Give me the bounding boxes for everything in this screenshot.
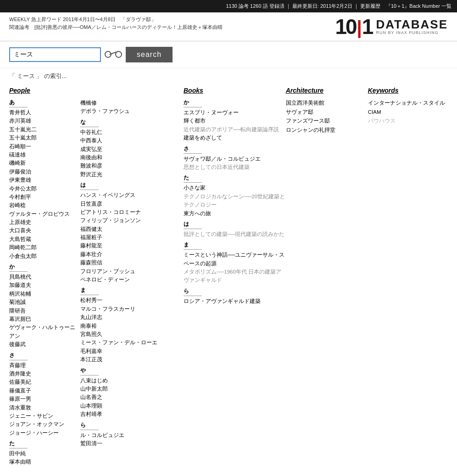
person-link[interactable]: ミース・ファン・デル・ローエ bbox=[80, 338, 184, 347]
kw-link[interactable]: バウハウス bbox=[368, 117, 448, 126]
person-link[interactable]: 塚本由晴 bbox=[9, 458, 80, 466]
book-link[interactable]: 建築をめざして bbox=[184, 134, 286, 142]
person-link[interactable]: 幕沢厠巳 bbox=[9, 315, 80, 323]
person-link[interactable]: 篠儀直子 bbox=[9, 386, 80, 395]
book-link[interactable]: メタボリズム──1960年代 日本の建築アヴァンギャルド bbox=[184, 268, 286, 285]
person-link[interactable]: 加藤道夫 bbox=[9, 281, 80, 289]
person-link[interactable]: 佐藤美紀 bbox=[9, 378, 80, 386]
person-link[interactable]: 本江正茂 bbox=[80, 355, 184, 364]
book-link[interactable]: 思想としての日本近代建築 bbox=[184, 163, 286, 171]
book-link[interactable]: エスプリ・ヌーヴォー bbox=[184, 108, 286, 117]
person-link[interactable]: 岩崎稔 bbox=[9, 201, 80, 209]
kw-link[interactable]: インターナショナル・スタイル bbox=[368, 99, 448, 108]
search-input[interactable] bbox=[9, 47, 101, 62]
person-link[interactable]: 礒達雄 bbox=[9, 151, 80, 159]
person-link[interactable]: 山本理顕 bbox=[80, 402, 184, 410]
person-link[interactable]: 南後由和 bbox=[80, 153, 184, 162]
person-link[interactable]: 今井公太郎 bbox=[9, 185, 80, 193]
person-link[interactable]: 毛利嘉幸 bbox=[80, 347, 184, 355]
person-link[interactable]: ジョアン・オックマン bbox=[9, 420, 80, 428]
person-link[interactable]: ル・コルビュジエ bbox=[80, 431, 184, 439]
person-link[interactable]: 丸山洋志 bbox=[80, 313, 184, 321]
person-link[interactable]: 吉村靖孝 bbox=[80, 410, 184, 418]
person-link[interactable]: 藤森照信 bbox=[80, 258, 184, 267]
person-link[interactable]: 八束はじめ bbox=[80, 376, 184, 385]
person-link[interactable]: 岡崎乾二郎 bbox=[9, 243, 80, 252]
search-button[interactable]: search bbox=[126, 47, 173, 62]
weekly-line2: 関連論考 [批評]善悪の彼岸──OMA／レム・コールハースのディテール！上原雄史… bbox=[9, 24, 317, 31]
person-link[interactable]: 菊池誠 bbox=[9, 298, 80, 306]
book-link[interactable]: テクノロジカルなシーン──20世紀建築とテクノロジー bbox=[184, 192, 286, 209]
people-right: 機橋修 デボラ・ファウシュ な 中谷礼仁 中西泰人 成実弘至 南後由和 難波和彦… bbox=[80, 87, 184, 466]
person-link[interactable]: 成実弘至 bbox=[80, 145, 184, 153]
person-link[interactable]: フロリアン・ブッシュ bbox=[80, 267, 184, 275]
person-link[interactable]: 柄沢祐輔 bbox=[9, 290, 80, 298]
person-link[interactable]: ペネロピ・ディーン bbox=[80, 275, 184, 284]
person-link[interactable]: デボラ・ファウシュ bbox=[80, 107, 184, 115]
person-link[interactable]: 機橋修 bbox=[80, 99, 184, 107]
person-link[interactable]: 山中新太郎 bbox=[80, 385, 184, 393]
backnumber-link[interactable]: 『10＋1』Back Number 一覧 bbox=[386, 3, 451, 9]
book-link[interactable]: サヴォワ邸／ル・コルビュジエ bbox=[184, 155, 286, 163]
person-link[interactable]: 篠原一男 bbox=[9, 395, 80, 403]
person-link[interactable]: 隈研吾 bbox=[9, 307, 80, 315]
person-link[interactable]: 上原雄史 bbox=[9, 218, 80, 226]
person-link[interactable]: 南泰裕 bbox=[80, 322, 184, 330]
person-link[interactable]: 伊東豊雄 bbox=[9, 176, 80, 184]
person-link[interactable]: ジョージ・ハーシー bbox=[9, 429, 80, 437]
section-ta: た bbox=[9, 440, 28, 448]
book-link[interactable]: ミースという神話──ユニヴァーサル・スペースの起源 bbox=[184, 251, 286, 268]
person-link[interactable]: 藤本壮介 bbox=[80, 250, 184, 258]
kw-link[interactable]: CIAM bbox=[368, 108, 448, 117]
person-link[interactable]: ヴァルター・グロピウス bbox=[9, 210, 80, 218]
section-ra-books: ら bbox=[184, 287, 202, 296]
book-link[interactable]: ロシア・アヴァンギャルド建築 bbox=[184, 297, 286, 305]
person-link[interactable]: 後藤武 bbox=[9, 340, 80, 348]
person-link[interactable]: マルコ・フラスカーリ bbox=[80, 305, 184, 313]
person-link[interactable]: 難波和彦 bbox=[80, 162, 184, 170]
person-link[interactable]: 酒井隆史 bbox=[9, 370, 80, 378]
arch-link[interactable]: 国立西洋美術館 bbox=[286, 99, 368, 108]
person-link[interactable]: 大島哲蔵 bbox=[9, 235, 80, 243]
person-link[interactable]: 小倉虫太郎 bbox=[9, 252, 80, 260]
person-link[interactable]: 貝島桃代 bbox=[9, 273, 80, 281]
person-link[interactable]: 赤川英雄 bbox=[9, 117, 80, 125]
person-link[interactable]: 野沢正光 bbox=[80, 170, 184, 179]
person-link[interactable]: 五十嵐太郎 bbox=[9, 134, 80, 142]
person-link[interactable]: ジェニー・サビン bbox=[9, 412, 80, 420]
book-link[interactable]: 小さな家 bbox=[184, 184, 286, 192]
person-link[interactable]: ピアトリス・コロミーナ bbox=[80, 208, 184, 216]
person-link[interactable]: 大口喜央 bbox=[9, 226, 80, 235]
arch-link[interactable]: ファンズワース邸 bbox=[286, 117, 368, 126]
person-link[interactable]: 今村創平 bbox=[9, 193, 80, 201]
person-link[interactable]: 田中純 bbox=[9, 449, 80, 458]
book-link[interactable]: 東方への旅 bbox=[184, 209, 286, 218]
person-link[interactable]: 磯崎新 bbox=[9, 159, 80, 167]
person-link[interactable]: 山名善之 bbox=[80, 393, 184, 401]
person-link[interactable]: 松村秀一 bbox=[80, 296, 184, 304]
person-link[interactable]: 青井哲人 bbox=[9, 108, 80, 117]
arch-link[interactable]: サヴォア邸 bbox=[286, 108, 368, 117]
person-link[interactable]: 宮島照久 bbox=[80, 330, 184, 338]
section-ha-books: は bbox=[184, 220, 202, 229]
person-link[interactable]: 伊藤俊治 bbox=[9, 168, 80, 176]
person-link[interactable]: ゲヴォーク・ハルトゥーニアン bbox=[9, 323, 80, 340]
person-link[interactable]: 日笠直彦 bbox=[80, 200, 184, 208]
person-link[interactable]: 鷲田清一 bbox=[80, 439, 184, 448]
person-link[interactable]: 福屋粧子 bbox=[80, 233, 184, 241]
person-link[interactable]: 藤村龍至 bbox=[80, 241, 184, 250]
person-link[interactable]: ハンス・イベリングス bbox=[80, 191, 184, 199]
person-link[interactable]: 中西泰人 bbox=[80, 136, 184, 145]
person-link[interactable]: 清水重敦 bbox=[9, 403, 80, 412]
person-link[interactable]: 中谷礼仁 bbox=[80, 128, 184, 136]
person-link[interactable]: 五十嵐光二 bbox=[9, 125, 80, 134]
person-link[interactable]: 福西健太 bbox=[80, 225, 184, 233]
book-link[interactable]: 批評としての建築──現代建築の読みかた bbox=[184, 230, 286, 238]
book-link[interactable]: 輝く都市 bbox=[184, 117, 286, 125]
person-link[interactable]: 石崎順一 bbox=[9, 142, 80, 151]
arch-link[interactable]: ロンシャンの礼拝堂 bbox=[286, 126, 368, 135]
book-link[interactable]: 近代建築のアポリア──転向建築論序説 bbox=[184, 125, 286, 134]
person-link[interactable]: 斉藤理 bbox=[9, 361, 80, 370]
logo-area: 10|1 DATABASE RUN BY INAX PUBLISHING bbox=[326, 12, 457, 41]
person-link[interactable]: フィリップ・ジョンソン bbox=[80, 216, 184, 224]
